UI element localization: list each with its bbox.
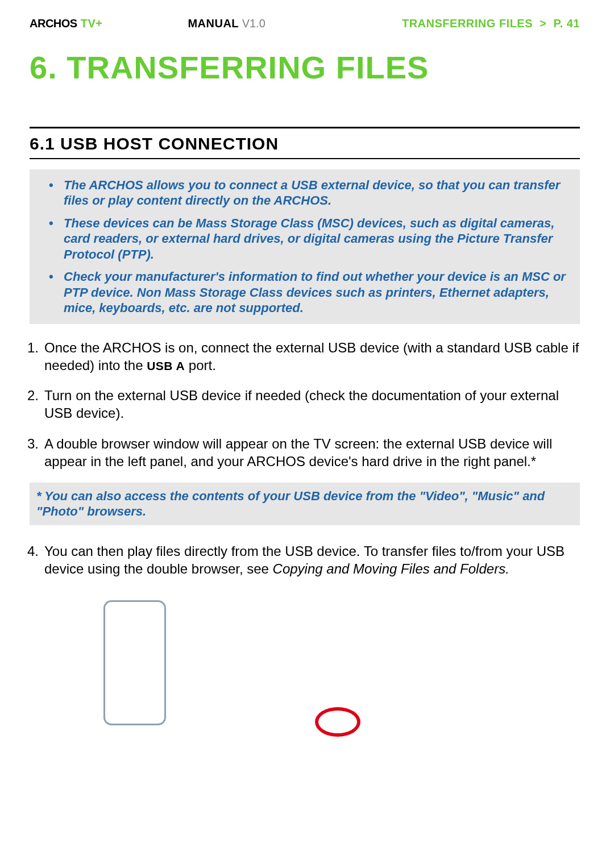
header-breadcrumb: TRANSFERRING FILES > P. 41	[402, 17, 580, 30]
section-heading: 6.1 USB HOST CONNECTION	[30, 128, 580, 159]
chapter-title: 6. TRANSFERRING FILES	[30, 51, 580, 85]
steps-list-continued: You can then play files directly from th…	[30, 542, 580, 578]
breadcrumb-separator: >	[540, 17, 546, 30]
page-number-label: P. 41	[553, 17, 580, 30]
info-bullet: Check your manufacturer's information to…	[49, 269, 571, 316]
device-outline-icon	[103, 600, 166, 725]
highlight-oval-icon	[315, 707, 360, 737]
step-item: You can then play files directly from th…	[30, 542, 580, 578]
step-item: Once the ARCHOS is on, connect the exter…	[30, 339, 580, 374]
manual-version: V1.0	[242, 17, 265, 30]
step-text: Once the ARCHOS is on, connect the exter…	[44, 340, 579, 373]
info-box: The ARCHOS allows you to connect a USB e…	[30, 169, 580, 324]
chapter-title-text: TRANSFERRING FILES	[67, 49, 429, 85]
chapter-number: 6.	[30, 49, 57, 85]
usb-a-label: USB A	[147, 359, 185, 372]
breadcrumb-section: TRANSFERRING FILES	[402, 17, 533, 30]
step-text: port.	[185, 358, 216, 373]
header-center: MANUAL V1.0	[102, 17, 402, 30]
info-list: The ARCHOS allows you to connect a USB e…	[39, 177, 571, 316]
info-bullet: The ARCHOS allows you to connect a USB e…	[49, 177, 571, 209]
page-header: ARCHOS TV+ MANUAL V1.0 TRANSFERRING FILE…	[30, 17, 580, 31]
steps-list: Once the ARCHOS is on, connect the exter…	[30, 339, 580, 470]
step-item: A double browser window will appear on t…	[30, 435, 580, 470]
step-item: Turn on the external USB device if neede…	[30, 387, 580, 422]
brand-archos: ARCHOS	[30, 17, 77, 30]
info-bullet: These devices can be Mass Storage Class …	[49, 215, 571, 263]
footnote-box: * You can also access the contents of yo…	[30, 483, 580, 525]
manual-page: ARCHOS TV+ MANUAL V1.0 TRANSFERRING FILE…	[0, 0, 614, 782]
connection-diagram	[30, 600, 580, 748]
cross-reference: Copying and Moving Files and Folders.	[273, 561, 509, 576]
brand-tvplus: TV+	[81, 17, 103, 30]
manual-label: MANUAL	[188, 17, 239, 30]
brand: ARCHOS TV+	[30, 17, 102, 30]
